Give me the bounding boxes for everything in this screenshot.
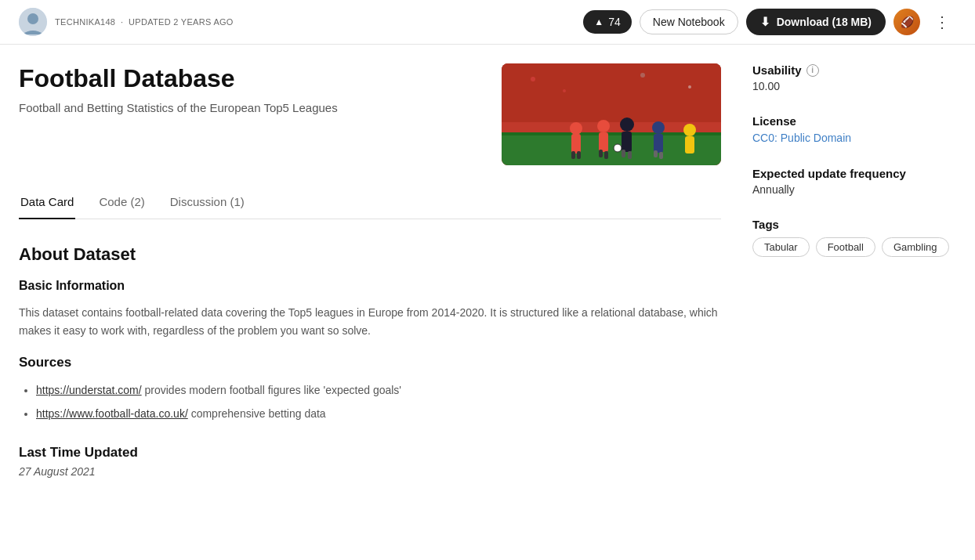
more-options-button[interactable]: ⋮ [928,9,956,34]
source-2-desc: comprehensive betting data [188,407,326,420]
dataset-title: Football Database [19,63,478,93]
tabs: Data Card Code (2) Discussion (1) [19,187,721,219]
svg-rect-17 [628,151,632,159]
author-name: TECHNIKA148 [55,17,115,27]
source-link-2[interactable]: https://www.football-data.co.uk/ [36,407,188,420]
author-avatar [19,8,47,36]
usability-label: Usability i [752,63,956,77]
source-list: https://understat.com/ provides modern f… [19,381,721,423]
sources-title: Sources [19,355,721,370]
download-button[interactable]: ⬇ Download (18 MB) [746,9,886,35]
license-label: License [752,114,956,128]
update-freq-section: Expected update frequency Annually [752,167,956,196]
user-avatar-icon: 🏈 [901,16,914,28]
source-link-1[interactable]: https://understat.com/ [36,384,142,396]
tags-section: Tags Tabular Football Gambling [752,218,956,257]
new-notebook-button[interactable]: New Notebook [640,9,738,34]
usability-info-icon[interactable]: i [806,64,819,77]
list-item: https://www.football-data.co.uk/ compreh… [36,405,721,422]
license-section: License CC0: Public Domain [752,114,956,145]
usability-value: 10.00 [752,80,956,92]
last-updated-date: 27 August 2021 [19,465,721,478]
svg-rect-12 [599,150,603,157]
tab-data-card[interactable]: Data Card [19,187,75,219]
svg-point-10 [597,120,610,132]
svg-point-26 [563,89,566,92]
vote-count: 74 [608,16,621,28]
hero-text: Football Database Football and Betting S… [19,63,478,114]
svg-rect-20 [654,150,658,157]
dataset-description: This dataset contains football-related d… [19,304,721,341]
svg-point-24 [614,144,622,152]
svg-rect-3 [502,63,721,122]
main-wrapper: Football Database Football and Betting S… [0,45,975,497]
svg-rect-23 [685,136,694,154]
svg-rect-21 [659,152,663,159]
svg-rect-13 [604,151,608,159]
hero-image [502,63,721,165]
license-value[interactable]: CC0: Public Domain [752,132,851,144]
svg-rect-7 [571,134,581,154]
tags-label: Tags [752,218,956,231]
svg-point-27 [640,73,645,78]
svg-point-6 [570,122,582,135]
last-updated-title: Last Time Updated [19,445,721,461]
author-meta: TECHNIKA148 · UPDATED 2 YEARS AGO [55,17,234,27]
svg-point-28 [688,85,691,89]
list-item: https://understat.com/ provides modern f… [36,381,721,399]
top-nav: TECHNIKA148 · UPDATED 2 YEARS AGO ▲ 74 N… [0,0,975,45]
nav-right: ▲ 74 New Notebook ⬇ Download (18 MB) 🏈 ⋮ [583,9,956,35]
svg-rect-9 [577,151,581,159]
svg-point-25 [531,77,535,81]
usability-section: Usability i 10.00 [752,63,956,92]
download-label: Download (18 MB) [777,16,872,28]
update-freq-value: Annually [752,183,956,196]
source-1-desc: provides modern football figures like 'e… [142,384,401,396]
about-section-title: About Dataset [19,244,721,265]
tag-gambling[interactable]: Gambling [882,237,949,257]
download-icon: ⬇ [760,15,770,29]
vote-button[interactable]: ▲ 74 [583,10,631,34]
sidebar: Usability i 10.00 License CC0: Public Do… [752,63,956,478]
tab-code[interactable]: Code (2) [97,187,146,219]
nav-left: TECHNIKA148 · UPDATED 2 YEARS AGO [19,8,574,36]
tag-tabular[interactable]: Tabular [752,237,810,257]
svg-rect-8 [571,151,575,159]
svg-rect-11 [599,132,608,152]
content-area: Football Database Football and Betting S… [19,63,721,478]
svg-point-22 [683,124,696,136]
tags-container: Tabular Football Gambling [752,237,956,257]
user-avatar: 🏈 [893,9,920,35]
svg-rect-19 [654,134,663,153]
svg-point-1 [27,13,38,24]
dataset-subtitle: Football and Betting Statistics of the E… [19,101,478,114]
svg-rect-15 [622,132,632,152]
svg-point-18 [652,121,665,134]
update-freq-label: Expected update frequency [752,167,956,180]
updated-time: UPDATED 2 YEARS AGO [129,17,234,27]
hero-section: Football Database Football and Betting S… [19,63,721,165]
basic-info-title: Basic Information [19,279,721,293]
tag-football[interactable]: Football [816,237,875,257]
svg-rect-16 [622,150,625,157]
vote-arrow-icon: ▲ [594,16,603,27]
tab-discussion[interactable]: Discussion (1) [169,187,246,219]
svg-point-14 [620,117,634,132]
